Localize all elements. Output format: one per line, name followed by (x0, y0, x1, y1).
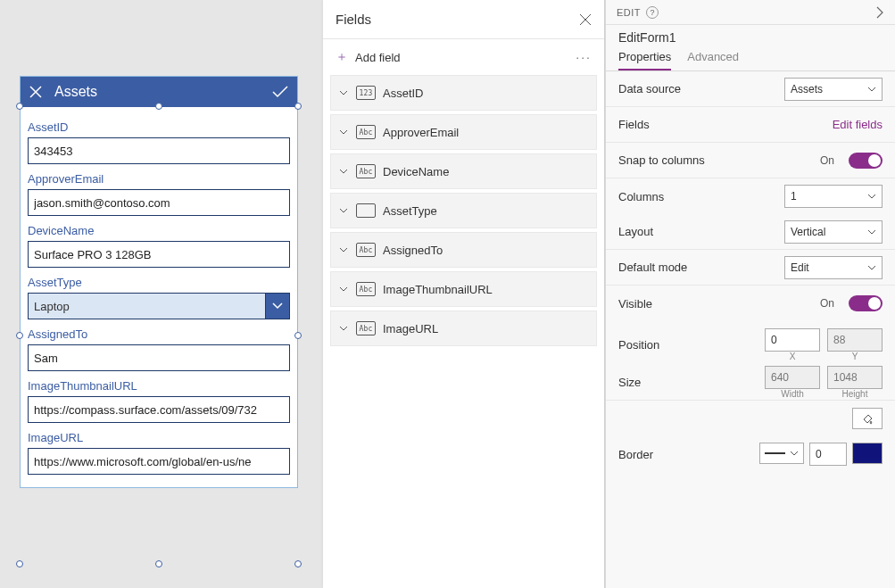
field-list-item[interactable]: ImageThumbnailURL (330, 271, 597, 307)
snap-toggle[interactable] (849, 153, 883, 169)
dropdown-value: Vertical (791, 226, 825, 238)
close-icon[interactable] (579, 13, 592, 26)
field-assetid: AssetID (28, 120, 290, 164)
help-icon[interactable]: ? (646, 6, 659, 19)
chevron-down-icon (338, 90, 349, 95)
prop-label: Border (618, 448, 750, 461)
field-list-item[interactable]: AssetType (330, 193, 597, 228)
field-list-label: DeviceName (383, 165, 449, 178)
imageurl-input[interactable] (28, 448, 290, 475)
form-body: AssetID ApproverEmail DeviceName AssetTy… (21, 107, 297, 487)
approveremail-input[interactable] (28, 189, 290, 216)
tab-properties[interactable]: Properties (618, 50, 671, 70)
chevron-down-icon[interactable] (265, 293, 290, 319)
edit-fields-link[interactable]: Edit fields (833, 118, 883, 131)
field-list-item[interactable]: ApproverEmail (330, 114, 597, 150)
tab-advanced[interactable]: Advanced (687, 50, 739, 70)
size-height-input[interactable] (827, 366, 883, 389)
chevron-down-icon (338, 208, 349, 213)
field-list-item[interactable]: ImageURL (330, 311, 597, 346)
border-width-input[interactable] (809, 443, 847, 466)
dropdown-value: Assets (791, 83, 823, 95)
resize-handle[interactable] (16, 103, 23, 110)
field-list-label: AssetID (383, 87, 424, 100)
toggle-state: On (820, 154, 834, 167)
field-label: DeviceName (28, 224, 290, 237)
prop-label: Position (618, 338, 756, 352)
chevron-right-icon[interactable] (875, 6, 884, 19)
prop-layout: Layout Vertical (606, 214, 895, 250)
data-source-dropdown[interactable]: Assets (784, 78, 883, 101)
field-list-item[interactable]: DeviceName (330, 153, 597, 189)
position-x-input[interactable] (765, 328, 820, 352)
resize-handle[interactable] (294, 103, 302, 110)
assetid-input[interactable] (28, 137, 290, 164)
resize-handle[interactable] (294, 560, 302, 567)
position-y-input[interactable] (827, 328, 883, 352)
field-list-item[interactable]: AssignedTo (330, 232, 597, 268)
more-icon[interactable]: ··· (576, 50, 592, 64)
prop-label: Snap to columns (618, 153, 811, 167)
prop-fields: Fields Edit fields (606, 107, 895, 143)
chevron-down-icon (867, 229, 876, 235)
columns-dropdown[interactable]: 1 (784, 185, 883, 208)
field-label: AssetID (28, 120, 290, 134)
resize-handle[interactable] (155, 103, 162, 110)
prop-label: Layout (618, 225, 775, 238)
border-style-dropdown[interactable] (759, 443, 804, 464)
field-label: ImageURL (28, 431, 290, 444)
plus-icon: ＋ (336, 49, 348, 65)
fields-panel-title: Fields (336, 12, 579, 27)
prop-label: Data source (618, 82, 775, 95)
field-list-item[interactable]: AssetID (330, 75, 597, 111)
prop-color (606, 401, 895, 436)
component-name: EditForm1 (606, 25, 895, 45)
field-label: ApproverEmail (28, 172, 290, 186)
chevron-down-icon (867, 194, 876, 199)
resize-handle[interactable] (294, 332, 302, 339)
text-type-icon (356, 321, 376, 335)
properties-panel: EDIT ? EditForm1 Properties Advanced Dat… (605, 0, 895, 588)
add-field-label: Add field (355, 51, 576, 64)
field-list-label: AssetType (383, 204, 437, 218)
chevron-down-icon (867, 265, 876, 270)
field-label: AssetType (28, 276, 290, 289)
resize-handle[interactable] (16, 560, 23, 567)
number-type-icon (356, 86, 376, 100)
close-icon[interactable] (29, 86, 42, 98)
prop-label: Default mode (618, 261, 775, 274)
assettype-dropdown[interactable]: Laptop (28, 293, 290, 319)
layout-dropdown[interactable]: Vertical (784, 220, 883, 244)
size-width-input[interactable] (765, 366, 820, 389)
text-type-icon (356, 164, 376, 178)
devicename-input[interactable] (28, 241, 290, 268)
field-approveremail: ApproverEmail (28, 172, 290, 216)
border-color-picker[interactable] (852, 443, 883, 464)
add-field-button[interactable]: ＋ Add field ··· (323, 39, 604, 75)
prop-label: Fields (618, 118, 824, 131)
canvas-area: Assets AssetID ApproverEmail DeviceName … (0, 0, 323, 588)
prop-label: Columns (618, 190, 775, 203)
assignedto-input[interactable] (28, 344, 290, 371)
width-sublabel: Width (781, 389, 804, 399)
field-assignedto: AssignedTo (28, 327, 290, 371)
properties-tabs: Properties Advanced (606, 45, 895, 71)
field-list-label: ImageThumbnailURL (383, 283, 493, 296)
prop-position: Position X Y (606, 321, 895, 365)
visible-toggle[interactable] (849, 295, 883, 311)
fill-color-picker[interactable] (852, 408, 883, 429)
resize-handle[interactable] (16, 332, 23, 339)
resize-handle[interactable] (155, 560, 162, 567)
edit-form[interactable]: Assets AssetID ApproverEmail DeviceName … (20, 76, 298, 488)
prop-border: Border (606, 436, 895, 472)
prop-label: Size (618, 376, 756, 389)
form-title: Assets (54, 84, 260, 100)
edit-mode-label: EDIT (617, 7, 641, 18)
chevron-down-icon (790, 451, 799, 456)
default-mode-dropdown[interactable]: Edit (784, 256, 883, 279)
dropdown-value: 1 (791, 190, 797, 203)
submit-check-icon[interactable] (272, 86, 288, 98)
chevron-down-icon (867, 87, 876, 92)
field-list-label: AssignedTo (383, 244, 443, 257)
imagethumbnailurl-input[interactable] (28, 396, 290, 423)
